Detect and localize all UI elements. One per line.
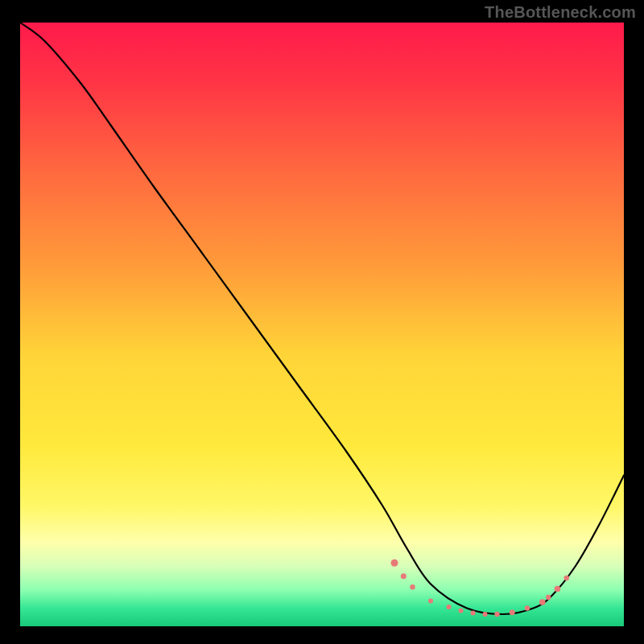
- marker-dot: [459, 609, 464, 613]
- plot-background: [20, 23, 624, 626]
- marker-dot: [428, 599, 433, 604]
- marker-dot: [483, 612, 488, 617]
- marker-dot: [564, 576, 569, 580]
- marker-dot: [447, 605, 452, 609]
- marker-dot: [471, 611, 476, 616]
- marker-dot: [539, 599, 546, 605]
- marker-dot: [546, 595, 551, 600]
- marker-dot: [555, 586, 561, 592]
- marker-dot: [510, 609, 515, 615]
- marker-dot: [525, 605, 530, 610]
- marker-dot: [410, 584, 415, 589]
- marker-dot: [401, 573, 407, 579]
- marker-dot: [494, 612, 499, 617]
- chart-frame: TheBottleneck.com: [0, 0, 644, 644]
- marker-dot: [391, 559, 398, 567]
- bottleneck-chart: [0, 0, 644, 644]
